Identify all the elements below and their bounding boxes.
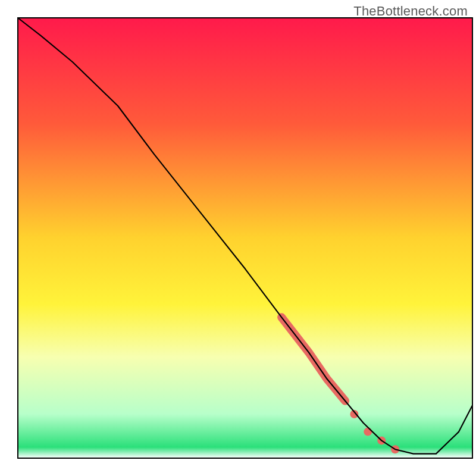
plot-frame	[18, 18, 472, 458]
chart-overlay	[0, 0, 476, 476]
watermark-text: TheBottleneck.com	[353, 4, 468, 19]
curve-point	[364, 428, 372, 436]
bottleneck-curve	[18, 18, 472, 454]
bottleneck-chart: TheBottleneck.com	[0, 0, 476, 476]
